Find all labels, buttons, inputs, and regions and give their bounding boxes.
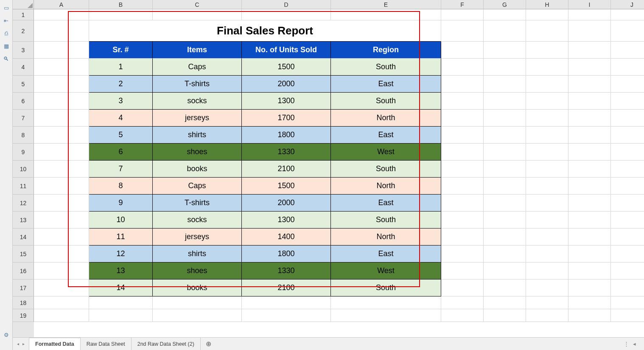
cell[interactable] <box>34 127 89 144</box>
cell[interactable] <box>611 93 644 110</box>
find-icon[interactable]: 🔍︎ <box>3 55 10 62</box>
cell[interactable] <box>568 76 611 93</box>
table-cell-units[interactable]: 2100 <box>242 279 331 296</box>
cell[interactable] <box>34 144 89 161</box>
cell[interactable] <box>484 93 526 110</box>
cell[interactable] <box>568 195 611 212</box>
cell[interactable] <box>34 42 89 59</box>
cell[interactable] <box>441 178 484 195</box>
table-cell-units[interactable]: 1400 <box>242 229 331 246</box>
cell[interactable] <box>526 144 568 161</box>
cell[interactable] <box>441 279 484 296</box>
table-cell-units[interactable]: 1500 <box>242 178 331 195</box>
cell[interactable] <box>484 296 526 309</box>
cell[interactable] <box>611 296 644 309</box>
cell[interactable] <box>441 110 484 127</box>
cell[interactable] <box>34 195 89 212</box>
table-cell-item[interactable]: T-shirts <box>153 76 242 93</box>
cell[interactable] <box>484 178 526 195</box>
table-cell-sr[interactable]: 11 <box>89 229 153 246</box>
cell[interactable] <box>526 20 568 42</box>
table-cell-item[interactable]: books <box>153 279 242 296</box>
row-header-4[interactable]: 4 <box>13 59 34 76</box>
cell[interactable] <box>568 110 611 127</box>
column-header-D[interactable]: D <box>242 0 331 9</box>
table-cell-sr[interactable]: 5 <box>89 127 153 144</box>
cell[interactable] <box>568 42 611 59</box>
cell[interactable] <box>568 246 611 262</box>
table-cell-region[interactable]: North <box>331 110 441 127</box>
table-cell-units[interactable]: 1800 <box>242 246 331 262</box>
cell[interactable] <box>34 279 89 296</box>
table-cell-sr[interactable]: 13 <box>89 262 153 279</box>
table-cell-region[interactable]: East <box>331 76 441 93</box>
row-header-17[interactable]: 17 <box>13 279 34 296</box>
cell[interactable] <box>484 195 526 212</box>
cell[interactable] <box>526 229 568 246</box>
cell[interactable] <box>526 178 568 195</box>
cell[interactable] <box>441 161 484 178</box>
cell[interactable] <box>331 296 441 309</box>
cell[interactable] <box>568 144 611 161</box>
table-cell-item[interactable]: shoes <box>153 144 242 161</box>
table-cell-region[interactable]: South <box>331 93 441 110</box>
cell[interactable] <box>611 127 644 144</box>
import-icon[interactable]: ⇤ <box>3 17 10 24</box>
cell[interactable] <box>568 9 611 20</box>
table-cell-sr[interactable]: 12 <box>89 246 153 262</box>
cell[interactable] <box>441 212 484 229</box>
table-cell-sr[interactable]: 3 <box>89 93 153 110</box>
sheet-tab[interactable]: Raw Data Sheet <box>81 338 132 350</box>
cell[interactable] <box>526 59 568 76</box>
row-header-14[interactable]: 14 <box>13 229 34 246</box>
table-cell-region[interactable]: South <box>331 161 441 178</box>
table-cell-sr[interactable]: 7 <box>89 161 153 178</box>
grid-icon[interactable]: ▦ <box>3 42 10 49</box>
cell[interactable] <box>441 195 484 212</box>
cell[interactable] <box>526 42 568 59</box>
cell[interactable] <box>34 161 89 178</box>
cell[interactable] <box>611 229 644 246</box>
cell[interactable] <box>34 212 89 229</box>
table-cell-item[interactable]: socks <box>153 93 242 110</box>
table-cell-item[interactable]: Caps <box>153 59 242 76</box>
cell[interactable] <box>568 127 611 144</box>
cell[interactable] <box>34 229 89 246</box>
cells-grid[interactable]: Final Sales ReportSr. #ItemsNo. of Units… <box>34 9 644 337</box>
table-cell-item[interactable]: shirts <box>153 127 242 144</box>
cell[interactable] <box>526 195 568 212</box>
table-cell-units[interactable]: 2000 <box>242 76 331 93</box>
cell[interactable] <box>484 309 526 322</box>
cell[interactable] <box>331 9 441 20</box>
cell[interactable] <box>611 42 644 59</box>
cell[interactable] <box>568 296 611 309</box>
tab-nav-prev-icon[interactable]: ◂ <box>17 342 19 346</box>
cell[interactable] <box>611 144 644 161</box>
cell[interactable] <box>484 279 526 296</box>
table-cell-sr[interactable]: 10 <box>89 212 153 229</box>
table-cell-region[interactable]: West <box>331 262 441 279</box>
cell[interactable] <box>441 296 484 309</box>
cell[interactable] <box>568 59 611 76</box>
cell[interactable] <box>34 262 89 279</box>
table-cell-sr[interactable]: 6 <box>89 144 153 161</box>
table-cell-item[interactable]: Caps <box>153 178 242 195</box>
cell[interactable] <box>441 262 484 279</box>
cell[interactable] <box>441 127 484 144</box>
cell[interactable] <box>526 296 568 309</box>
row-header-16[interactable]: 16 <box>13 262 34 279</box>
cell[interactable] <box>611 212 644 229</box>
cell[interactable] <box>89 309 153 322</box>
cell[interactable] <box>611 20 644 42</box>
row-header-11[interactable]: 11 <box>13 178 34 195</box>
cell[interactable] <box>34 178 89 195</box>
column-header-G[interactable]: G <box>484 0 526 9</box>
table-cell-sr[interactable]: 8 <box>89 178 153 195</box>
cell[interactable] <box>611 195 644 212</box>
cell[interactable] <box>34 110 89 127</box>
table-cell-units[interactable]: 1700 <box>242 110 331 127</box>
cell[interactable] <box>89 296 153 309</box>
cell[interactable] <box>484 42 526 59</box>
table-cell-region[interactable]: North <box>331 229 441 246</box>
cell[interactable] <box>34 59 89 76</box>
